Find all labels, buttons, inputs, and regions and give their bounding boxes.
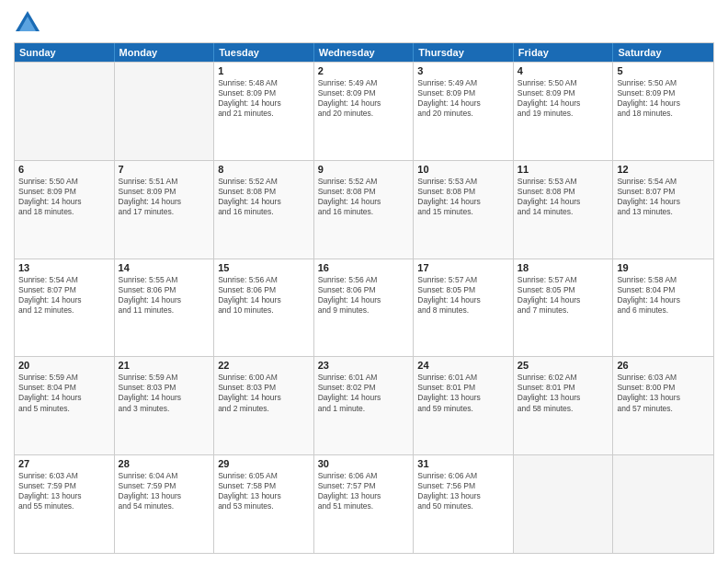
day-number: 5 — [617, 65, 710, 76]
calendar-cell: 1Sunrise: 5:48 AM Sunset: 8:09 PM Daylig… — [214, 63, 314, 160]
day-number: 18 — [518, 262, 609, 273]
calendar-cell: 12Sunrise: 5:54 AM Sunset: 8:07 PM Dayli… — [613, 161, 713, 259]
day-number: 26 — [617, 360, 710, 371]
day-number: 14 — [119, 262, 210, 273]
day-number: 12 — [617, 164, 710, 175]
day-number: 28 — [119, 458, 210, 469]
day-info: Sunrise: 5:56 AM Sunset: 8:06 PM Dayligh… — [218, 275, 310, 316]
calendar-cell: 19Sunrise: 5:58 AM Sunset: 8:04 PM Dayli… — [613, 259, 713, 357]
day-info: Sunrise: 5:50 AM Sunset: 8:09 PM Dayligh… — [18, 177, 110, 217]
page: SundayMondayTuesdayWednesdayThursdayFrid… — [0, 0, 728, 563]
calendar-cell: 16Sunrise: 5:56 AM Sunset: 8:06 PM Dayli… — [314, 259, 415, 357]
calendar-cell: 5Sunrise: 5:50 AM Sunset: 8:09 PM Daylig… — [613, 63, 713, 160]
calendar-cell: 3Sunrise: 5:49 AM Sunset: 8:09 PM Daylig… — [414, 63, 514, 160]
day-number: 13 — [18, 262, 110, 273]
calendar-cell: 10Sunrise: 5:53 AM Sunset: 8:08 PM Dayli… — [414, 161, 514, 259]
calendar-cell: 8Sunrise: 5:52 AM Sunset: 8:08 PM Daylig… — [214, 161, 314, 259]
calendar-cell: 4Sunrise: 5:50 AM Sunset: 8:09 PM Daylig… — [514, 63, 614, 160]
calendar-cell: 11Sunrise: 5:53 AM Sunset: 8:08 PM Dayli… — [514, 161, 614, 259]
day-number: 20 — [18, 360, 110, 371]
day-info: Sunrise: 6:04 AM Sunset: 7:59 PM Dayligh… — [119, 471, 210, 511]
calendar-row: 1Sunrise: 5:48 AM Sunset: 8:09 PM Daylig… — [15, 62, 713, 160]
day-info: Sunrise: 5:54 AM Sunset: 8:07 PM Dayligh… — [617, 177, 710, 217]
day-info: Sunrise: 6:02 AM Sunset: 8:01 PM Dayligh… — [518, 373, 609, 413]
day-info: Sunrise: 6:01 AM Sunset: 8:02 PM Dayligh… — [318, 373, 410, 413]
day-number: 8 — [218, 164, 310, 175]
day-info: Sunrise: 5:49 AM Sunset: 8:09 PM Dayligh… — [417, 78, 509, 119]
day-number: 29 — [218, 458, 310, 469]
logo — [14, 9, 45, 37]
calendar-row: 20Sunrise: 5:59 AM Sunset: 8:04 PM Dayli… — [15, 356, 713, 454]
day-info: Sunrise: 6:06 AM Sunset: 7:56 PM Dayligh… — [417, 471, 509, 511]
day-info: Sunrise: 5:57 AM Sunset: 8:05 PM Dayligh… — [518, 275, 609, 316]
day-info: Sunrise: 5:50 AM Sunset: 8:09 PM Dayligh… — [617, 78, 710, 119]
day-number: 21 — [119, 360, 210, 371]
calendar-cell: 29Sunrise: 6:05 AM Sunset: 7:58 PM Dayli… — [214, 455, 314, 553]
calendar-cell: 14Sunrise: 5:55 AM Sunset: 8:06 PM Dayli… — [115, 259, 215, 357]
calendar-cell — [514, 455, 614, 553]
calendar-cell: 21Sunrise: 5:59 AM Sunset: 8:03 PM Dayli… — [115, 357, 215, 454]
calendar-cell — [15, 63, 115, 160]
day-info: Sunrise: 5:48 AM Sunset: 8:09 PM Dayligh… — [218, 78, 310, 119]
calendar-cell: 20Sunrise: 5:59 AM Sunset: 8:04 PM Dayli… — [15, 357, 115, 454]
day-info: Sunrise: 6:01 AM Sunset: 8:01 PM Dayligh… — [417, 373, 509, 413]
header — [14, 9, 714, 37]
day-info: Sunrise: 5:53 AM Sunset: 8:08 PM Dayligh… — [518, 177, 609, 217]
calendar-cell: 26Sunrise: 6:03 AM Sunset: 8:00 PM Dayli… — [613, 357, 713, 454]
calendar-body: 1Sunrise: 5:48 AM Sunset: 8:09 PM Daylig… — [15, 62, 713, 553]
day-info: Sunrise: 5:51 AM Sunset: 8:09 PM Dayligh… — [119, 177, 210, 217]
day-number: 16 — [318, 262, 410, 273]
calendar-cell: 27Sunrise: 6:03 AM Sunset: 7:59 PM Dayli… — [15, 455, 115, 553]
day-info: Sunrise: 5:58 AM Sunset: 8:04 PM Dayligh… — [617, 275, 710, 316]
calendar-row: 13Sunrise: 5:54 AM Sunset: 8:07 PM Dayli… — [15, 259, 713, 357]
day-info: Sunrise: 5:49 AM Sunset: 8:09 PM Dayligh… — [318, 78, 410, 119]
weekday-header: Wednesday — [314, 43, 415, 62]
calendar-header: SundayMondayTuesdayWednesdayThursdayFrid… — [15, 43, 713, 62]
day-number: 9 — [318, 164, 410, 175]
calendar-cell: 17Sunrise: 5:57 AM Sunset: 8:05 PM Dayli… — [414, 259, 514, 357]
logo-icon — [14, 9, 41, 37]
weekday-header: Monday — [115, 43, 215, 62]
day-number: 10 — [417, 164, 509, 175]
day-number: 3 — [417, 65, 509, 76]
calendar-cell — [613, 455, 713, 553]
day-number: 7 — [119, 164, 210, 175]
calendar-row: 27Sunrise: 6:03 AM Sunset: 7:59 PM Dayli… — [15, 454, 713, 553]
day-number: 22 — [218, 360, 310, 371]
calendar-cell: 30Sunrise: 6:06 AM Sunset: 7:57 PM Dayli… — [314, 455, 415, 553]
day-number: 25 — [518, 360, 609, 371]
calendar-cell: 9Sunrise: 5:52 AM Sunset: 8:08 PM Daylig… — [314, 161, 415, 259]
day-info: Sunrise: 6:05 AM Sunset: 7:58 PM Dayligh… — [218, 471, 310, 511]
calendar-cell: 25Sunrise: 6:02 AM Sunset: 8:01 PM Dayli… — [514, 357, 614, 454]
calendar-cell: 18Sunrise: 5:57 AM Sunset: 8:05 PM Dayli… — [514, 259, 614, 357]
calendar-cell: 7Sunrise: 5:51 AM Sunset: 8:09 PM Daylig… — [115, 161, 215, 259]
day-info: Sunrise: 6:03 AM Sunset: 8:00 PM Dayligh… — [617, 373, 710, 413]
day-info: Sunrise: 5:59 AM Sunset: 8:04 PM Dayligh… — [18, 373, 110, 413]
day-info: Sunrise: 5:57 AM Sunset: 8:05 PM Dayligh… — [417, 275, 509, 316]
day-info: Sunrise: 5:59 AM Sunset: 8:03 PM Dayligh… — [119, 373, 210, 413]
day-number: 31 — [417, 458, 509, 469]
day-number: 24 — [417, 360, 509, 371]
day-info: Sunrise: 5:54 AM Sunset: 8:07 PM Dayligh… — [18, 275, 110, 316]
day-number: 2 — [318, 65, 410, 76]
day-number: 30 — [318, 458, 410, 469]
day-number: 23 — [318, 360, 410, 371]
day-number: 15 — [218, 262, 310, 273]
calendar-row: 6Sunrise: 5:50 AM Sunset: 8:09 PM Daylig… — [15, 160, 713, 259]
day-info: Sunrise: 5:55 AM Sunset: 8:06 PM Dayligh… — [119, 275, 210, 316]
calendar-cell: 31Sunrise: 6:06 AM Sunset: 7:56 PM Dayli… — [414, 455, 514, 553]
day-number: 19 — [617, 262, 710, 273]
day-number: 27 — [18, 458, 110, 469]
calendar-cell: 28Sunrise: 6:04 AM Sunset: 7:59 PM Dayli… — [115, 455, 215, 553]
day-info: Sunrise: 6:06 AM Sunset: 7:57 PM Dayligh… — [318, 471, 410, 511]
calendar-cell: 6Sunrise: 5:50 AM Sunset: 8:09 PM Daylig… — [15, 161, 115, 259]
weekday-header: Sunday — [15, 43, 115, 62]
calendar-cell: 22Sunrise: 6:00 AM Sunset: 8:03 PM Dayli… — [214, 357, 314, 454]
calendar-cell: 24Sunrise: 6:01 AM Sunset: 8:01 PM Dayli… — [414, 357, 514, 454]
calendar-cell: 15Sunrise: 5:56 AM Sunset: 8:06 PM Dayli… — [214, 259, 314, 357]
calendar-cell: 23Sunrise: 6:01 AM Sunset: 8:02 PM Dayli… — [314, 357, 415, 454]
day-info: Sunrise: 5:56 AM Sunset: 8:06 PM Dayligh… — [318, 275, 410, 316]
day-number: 1 — [218, 65, 310, 76]
weekday-header: Thursday — [414, 43, 514, 62]
weekday-header: Tuesday — [214, 43, 314, 62]
